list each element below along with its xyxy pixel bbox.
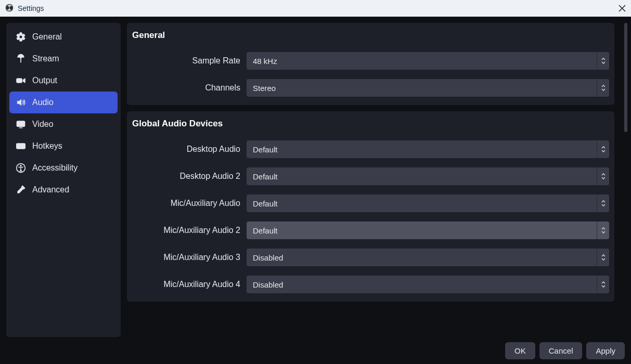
sidebar-item-label: Audio — [32, 98, 54, 107]
label-mic-aux: Mic/Auxiliary Audio — [132, 199, 247, 208]
ok-button[interactable]: OK — [505, 342, 535, 359]
titlebar-left: Settings — [5, 4, 44, 14]
antenna-icon — [16, 54, 26, 64]
select-mic-aux-4[interactable]: Disabled — [247, 276, 609, 293]
sidebar-item-label: Video — [32, 120, 54, 129]
spinner-icon — [597, 167, 609, 185]
row-mic-aux-4: Mic/Auxiliary Audio 4 Disabled — [132, 276, 609, 293]
select-value: Default — [247, 167, 597, 185]
speaker-icon — [16, 97, 26, 108]
spinner-icon — [597, 222, 609, 239]
sidebar-item-audio[interactable]: Audio — [9, 92, 118, 113]
sidebar-item-hotkeys[interactable]: Hotkeys — [9, 135, 118, 157]
spinner-icon — [597, 52, 609, 70]
sidebar-item-video[interactable]: Video — [9, 113, 118, 135]
label-sample-rate: Sample Rate — [132, 56, 247, 66]
select-mic-aux-3[interactable]: Disabled — [247, 249, 609, 266]
select-value: Disabled — [247, 249, 597, 266]
dialog-footer: OK Cancel Apply — [0, 337, 631, 364]
sidebar-item-output[interactable]: Output — [9, 70, 118, 92]
keyboard-icon — [16, 141, 26, 151]
label-mic-aux-2: Mic/Auxiliary Audio 2 — [132, 226, 247, 235]
label-desktop-audio: Desktop Audio — [132, 145, 247, 154]
sidebar-item-advanced[interactable]: Advanced — [9, 179, 118, 201]
svg-rect-9 — [17, 144, 25, 149]
spinner-icon — [597, 79, 609, 97]
camera-output-icon — [16, 75, 26, 86]
scrollbar-thumb[interactable] — [624, 23, 627, 132]
tools-icon — [16, 185, 26, 195]
close-icon — [619, 5, 626, 12]
select-channels[interactable]: Stereo — [247, 79, 609, 97]
section-title-global-audio: Global Audio Devices — [132, 118, 609, 131]
window-title: Settings — [18, 4, 44, 12]
spinner-icon — [597, 276, 609, 293]
settings-main: General Sample Rate 48 kHz Channels Ster… — [127, 23, 616, 337]
close-button[interactable] — [619, 5, 626, 12]
select-value: Default — [247, 222, 597, 239]
label-mic-aux-3: Mic/Auxiliary Audio 3 — [132, 253, 247, 262]
main-scroll-area: General Sample Rate 48 kHz Channels Ster… — [127, 23, 616, 337]
select-value: Default — [247, 140, 597, 158]
section-general: General Sample Rate 48 kHz Channels Ster… — [127, 23, 614, 105]
row-desktop-audio-2: Desktop Audio 2 Default — [132, 167, 609, 185]
select-desktop-audio-2[interactable]: Default — [247, 167, 609, 185]
spinner-icon — [597, 194, 609, 212]
spinner-icon — [597, 140, 609, 158]
svg-point-4 — [20, 57, 21, 58]
settings-sidebar: General Stream Output Audio Video — [6, 23, 121, 337]
sidebar-item-general[interactable]: General — [9, 26, 118, 48]
row-desktop-audio: Desktop Audio Default — [132, 140, 609, 158]
label-desktop-audio-2: Desktop Audio 2 — [132, 172, 247, 181]
label-channels: Channels — [132, 83, 247, 93]
row-mic-aux-3: Mic/Auxiliary Audio 3 Disabled — [132, 249, 609, 266]
titlebar: Settings — [0, 0, 631, 17]
svg-point-17 — [20, 165, 22, 167]
select-mic-aux[interactable]: Default — [247, 194, 609, 212]
select-mic-aux-2[interactable]: Default — [247, 222, 609, 239]
monitor-icon — [16, 119, 26, 129]
scrollbar[interactable] — [623, 23, 629, 337]
sidebar-item-label: Advanced — [32, 185, 69, 194]
svg-rect-6 — [17, 79, 22, 83]
select-value-sample-rate: 48 kHz — [247, 52, 597, 70]
row-sample-rate: Sample Rate 48 kHz — [132, 52, 609, 70]
gear-icon — [16, 32, 26, 42]
label-mic-aux-4: Mic/Auxiliary Audio 4 — [132, 280, 247, 289]
sidebar-item-label: Hotkeys — [32, 141, 62, 151]
sidebar-item-label: General — [32, 32, 62, 42]
apply-button[interactable]: Apply — [586, 342, 625, 359]
sidebar-item-accessibility[interactable]: Accessibility — [9, 157, 118, 179]
section-title-general: General — [132, 29, 609, 43]
select-value: Disabled — [247, 276, 597, 293]
select-desktop-audio[interactable]: Default — [247, 140, 609, 158]
select-sample-rate[interactable]: 48 kHz — [247, 52, 609, 70]
section-global-audio-devices: Global Audio Devices Desktop Audio Defau… — [127, 111, 614, 302]
svg-rect-7 — [17, 121, 25, 126]
sidebar-item-label: Stream — [32, 54, 59, 63]
row-channels: Channels Stereo — [132, 79, 609, 97]
row-mic-aux-2: Mic/Auxiliary Audio 2 Default — [132, 222, 609, 239]
sidebar-item-stream[interactable]: Stream — [9, 48, 118, 70]
sidebar-item-label: Output — [32, 76, 57, 85]
cancel-button[interactable]: Cancel — [539, 342, 583, 359]
row-mic-aux: Mic/Auxiliary Audio Default — [132, 194, 609, 212]
select-value-channels: Stereo — [247, 79, 597, 97]
obs-logo-icon — [5, 4, 14, 14]
sidebar-item-label: Accessibility — [32, 163, 78, 173]
spinner-icon — [597, 249, 609, 266]
select-value: Default — [247, 194, 597, 212]
accessibility-icon — [16, 163, 26, 173]
